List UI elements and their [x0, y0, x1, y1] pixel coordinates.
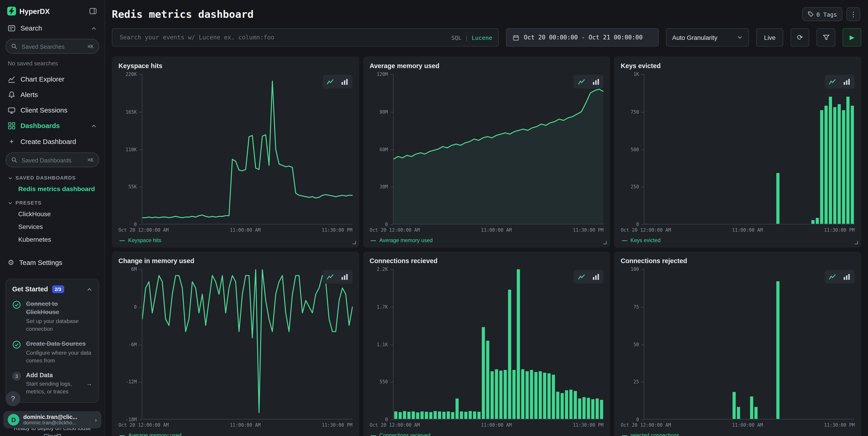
y-tick-label: 750	[631, 109, 639, 115]
presets-section-toggle[interactable]: PRESETS	[0, 195, 105, 207]
bar-chart-toggle[interactable]	[590, 77, 602, 87]
chart-plot[interactable]	[393, 74, 603, 224]
bar	[811, 220, 815, 224]
get-started-item-sources[interactable]: Create Data Sources Configure where your…	[12, 340, 93, 364]
help-button[interactable]: ?	[5, 391, 21, 406]
y-tick-label: 1K	[633, 71, 639, 77]
y-axis: 02505007501K	[621, 74, 644, 224]
saved-dashboards-input[interactable]	[21, 156, 84, 164]
user-menu[interactable]: D dominic.tran@clic... dominic.tran@clic…	[3, 411, 101, 428]
x-tick-label: Oct 20 12:00:00 AM	[119, 227, 169, 233]
bar	[816, 218, 819, 224]
date-range-picker[interactable]: Oct 20 00:00:00 - Oct 21 00:00:00	[506, 28, 659, 47]
sql-toggle[interactable]: SQL	[451, 34, 462, 41]
sidebar-item-preset-services[interactable]: Services	[0, 220, 105, 233]
resize-handle[interactable]	[351, 240, 356, 245]
x-axis: Oct 20 12:00:00 AM11:00:00 AM11:30:00 PM	[621, 227, 855, 233]
x-axis: Oct 20 12:00:00 AM11:00:00 AM11:30:00 PM	[621, 422, 855, 428]
hyperdx-logo[interactable]: HyperDX	[7, 7, 50, 16]
toggle-divider: |	[465, 34, 468, 41]
bar	[829, 96, 832, 224]
line-chart-toggle[interactable]	[827, 77, 839, 87]
chart-plot[interactable]	[644, 74, 855, 224]
sidebar-item-preset-clickhouse[interactable]: ClickHouse	[0, 207, 105, 220]
chevron-up-icon	[86, 286, 92, 292]
line-chart-toggle[interactable]	[827, 271, 839, 282]
more-menu-button[interactable]: ⋮	[846, 7, 860, 21]
get-started-item-title: Create Data Sources	[26, 340, 92, 348]
y-tick-mark	[641, 112, 644, 112]
sidebar-item-search[interactable]: Search	[0, 21, 105, 36]
sidebar-collapse-button[interactable]	[88, 6, 98, 16]
x-tick-label: Oct 20 12:00:00 AM	[119, 422, 169, 428]
legend-dash: —	[371, 432, 376, 436]
resize-handle[interactable]	[854, 240, 859, 245]
x-axis: Oct 20 12:00:00 AM11:00:00 AM11:30:00 PM	[119, 227, 352, 233]
refresh-button[interactable]: ⟳	[790, 28, 809, 47]
line-chart-toggle[interactable]	[575, 77, 588, 87]
x-axis: Oct 20 12:00:00 AM11:00:00 AM11:30:00 PM	[370, 422, 603, 428]
bar-chart-toggle[interactable]	[590, 271, 602, 282]
tags-button[interactable]: 0 Tags	[802, 7, 842, 21]
chart-card-keys-evicted: Keys evicted 02505007501K Oct 20 12:00:0…	[614, 57, 861, 248]
line-chart-toggle[interactable]	[324, 271, 337, 282]
search-icon	[11, 157, 17, 163]
y-tick-label: 165K	[126, 109, 137, 115]
tag-icon	[807, 11, 814, 17]
sidebar-item-dashboards[interactable]: Dashboards	[0, 118, 105, 134]
x-tick-label: 11:30:00 PM	[573, 422, 603, 428]
bar-chart-toggle[interactable]	[339, 77, 351, 87]
sidebar-item-redis-metrics-dashboard[interactable]: Redis metrics dashboard	[0, 182, 105, 195]
search-input[interactable]	[119, 33, 447, 41]
toolbar: SQL | Lucene Oct 20 00:00:00 - Oct 21 00…	[105, 24, 868, 52]
bar-chart-toggle[interactable]	[841, 271, 853, 282]
sidebar-item-client-sessions[interactable]: Client Sessions	[0, 103, 105, 118]
granularity-select[interactable]: Auto Granularity	[666, 28, 749, 47]
filter-button[interactable]	[816, 28, 835, 47]
y-tick-label: 220K	[126, 71, 137, 77]
chart-legend: — Keyspace hits	[119, 237, 352, 243]
resize-handle[interactable]	[602, 435, 608, 436]
resize-handle[interactable]	[351, 435, 356, 436]
saved-searches-input[interactable]	[21, 42, 84, 50]
sidebar-item-preset-kubernetes[interactable]: Kubernetes	[0, 233, 105, 245]
bar	[482, 327, 485, 419]
create-dashboard-button[interactable]: + Create Dashboard	[0, 134, 105, 150]
chart-plot[interactable]	[644, 269, 855, 419]
y-tick-mark	[390, 224, 393, 225]
get-started-item-title: Connect to ClickHouse	[26, 300, 92, 316]
sidebar-item-team-settings[interactable]: ⚙ Team Settings	[0, 254, 105, 270]
shortcut-hint: ⌘K	[88, 157, 94, 163]
y-tick-label: 0	[134, 304, 137, 310]
resize-handle[interactable]	[854, 435, 859, 436]
query-language-toggle: SQL | Lucene	[451, 34, 492, 41]
live-button[interactable]: Live	[756, 28, 783, 47]
bar	[820, 110, 824, 224]
chevron-down-icon	[737, 34, 743, 40]
chart-plot[interactable]	[142, 74, 352, 224]
y-tick-mark	[139, 112, 142, 112]
lucene-toggle[interactable]: Lucene	[472, 34, 492, 41]
line-chart-toggle[interactable]	[324, 77, 337, 87]
get-started-item-add-data[interactable]: 3 Add Data Start sending logs, metrics, …	[12, 371, 93, 396]
y-tick-label: 2.2K	[377, 266, 388, 272]
bar-chart-toggle[interactable]	[841, 77, 853, 87]
get-started-header[interactable]: Get Started 2/3	[12, 285, 93, 293]
chart-plot[interactable]	[142, 269, 352, 419]
y-tick-mark	[641, 382, 644, 382]
bar	[499, 371, 502, 419]
chart-plot[interactable]	[393, 269, 603, 419]
run-query-button[interactable]: ▶	[842, 28, 861, 47]
chevron-down-icon	[8, 175, 13, 180]
get-started-item-connect[interactable]: Connect to ClickHouse Set up your databa…	[12, 300, 93, 333]
y-tick-label: 6M	[131, 266, 137, 272]
resize-handle[interactable]	[602, 240, 608, 245]
y-axis: 030M60M90M120M	[370, 74, 393, 224]
bar-chart-toggle[interactable]	[339, 271, 351, 282]
saved-dashboards-section-toggle[interactable]: SAVED DASHBOARDS	[0, 170, 105, 182]
sidebar-item-chart-explorer[interactable]: Chart Explorer	[0, 71, 105, 87]
sidebar-item-alerts[interactable]: Alerts	[0, 87, 105, 103]
legend-label: Connections recieved	[379, 432, 430, 436]
x-tick-label: 11:30:00 PM	[824, 422, 855, 428]
line-chart-toggle[interactable]	[575, 271, 588, 282]
